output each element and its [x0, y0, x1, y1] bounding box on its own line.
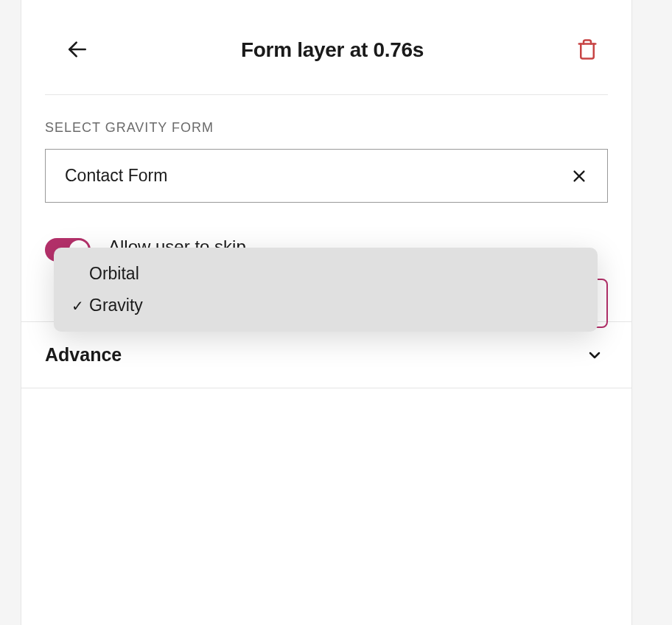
form-select-section: SELECT GRAVITY FORM Contact Form	[21, 95, 631, 203]
back-button[interactable]	[63, 35, 92, 65]
page-title: Form layer at 0.76s	[241, 38, 424, 62]
close-icon[interactable]	[570, 167, 588, 185]
form-layer-panel: Form layer at 0.76s SELECT GRAVITY FORM …	[21, 0, 632, 625]
check-icon: ✓	[71, 297, 89, 315]
advance-label: Advance	[45, 344, 122, 366]
trash-icon	[576, 38, 598, 63]
form-select[interactable]: Contact Form	[45, 149, 608, 203]
dropdown-option-label: Gravity	[89, 296, 143, 315]
delete-button[interactable]	[573, 35, 602, 65]
dropdown-option-label: Orbital	[89, 264, 139, 284]
chevron-down-icon	[586, 346, 603, 364]
arrow-left-icon	[66, 38, 89, 63]
form-type-dropdown: Orbital ✓ Gravity	[54, 248, 598, 332]
panel-header: Form layer at 0.76s	[21, 0, 631, 94]
dropdown-option-gravity[interactable]: ✓ Gravity	[54, 290, 598, 321]
dropdown-option-orbital[interactable]: Orbital	[54, 258, 598, 290]
form-select-value: Contact Form	[65, 166, 167, 186]
form-select-label: SELECT GRAVITY FORM	[45, 120, 608, 136]
